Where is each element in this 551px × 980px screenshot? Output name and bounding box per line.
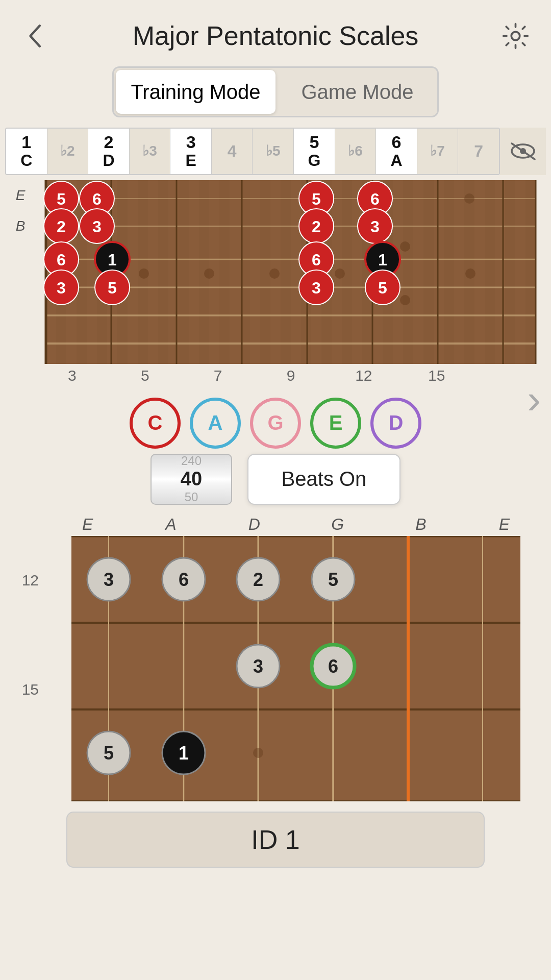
string-label-G-hidden (5, 241, 36, 272)
svg-point-62 (464, 193, 474, 204)
svg-text:3: 3 (104, 569, 114, 590)
fret-num-12: 12 (327, 367, 400, 384)
fret-num-5: 5 (109, 367, 182, 384)
game-mode-button[interactable]: Game Mode (278, 68, 437, 116)
detail-label-A: A (129, 515, 212, 534)
svg-text:5: 5 (57, 190, 66, 208)
fret-num-7: 7 (182, 367, 255, 384)
svg-text:3: 3 (370, 217, 380, 236)
svg-text:3: 3 (57, 279, 66, 297)
next-arrow-button[interactable]: › (527, 376, 541, 423)
beats-on-button[interactable]: Beats On (247, 454, 400, 505)
caged-C-button[interactable]: C (130, 398, 181, 449)
svg-text:5: 5 (108, 279, 117, 297)
detail-string-labels-row: E A D G B E (46, 515, 546, 534)
detail-fret-12: 12 (5, 572, 46, 589)
string-label-E-low-hidden (5, 333, 36, 364)
caged-G-button[interactable]: G (250, 398, 301, 449)
fret-num-9: 9 (255, 367, 328, 384)
back-button[interactable] (15, 15, 56, 56)
scale-num-4: 4 (228, 142, 237, 160)
svg-text:1: 1 (108, 251, 117, 269)
fret-numbers-row: 3 5 7 9 12 15 (36, 364, 546, 387)
scale-num-b7: ♭7 (430, 143, 445, 159)
bpm-value: 40 (181, 468, 202, 490)
controls-row: 240 40 50 Beats On (0, 454, 551, 505)
detail-label-G: G (296, 515, 379, 534)
svg-point-29 (465, 268, 475, 279)
hide-labels-button[interactable] (500, 128, 546, 175)
svg-text:6: 6 (179, 569, 189, 590)
scale-cell-7[interactable]: 7 (458, 129, 499, 174)
scale-cell-b3[interactable]: ♭3 (130, 129, 171, 174)
scale-num-b5: ♭5 (266, 143, 281, 159)
scale-row: 1 C ♭2 2 D ♭3 3 E 4 ♭5 5 (5, 128, 546, 175)
settings-button[interactable] (495, 15, 536, 56)
detail-label-E2: E (463, 515, 546, 534)
scale-num-b2: ♭2 (60, 143, 75, 159)
scale-cell-6[interactable]: 6 A (376, 129, 417, 174)
svg-text:5: 5 (104, 743, 114, 764)
svg-text:1: 1 (378, 251, 387, 269)
detail-label-E: E (46, 515, 129, 534)
scale-cell-b5[interactable]: ♭5 (253, 129, 294, 174)
string-label-B: B (5, 211, 36, 241)
scale-cell-2[interactable]: 2 D (88, 129, 130, 174)
full-fretboard-container: E B (5, 180, 546, 387)
scale-num-7: 7 (474, 142, 483, 160)
caged-E-button[interactable]: E (310, 398, 361, 449)
scale-num-6: 6 (392, 133, 402, 152)
string-label-E-high: E (5, 180, 36, 211)
caged-row: C A G E D (0, 398, 551, 449)
svg-text:5: 5 (312, 190, 321, 208)
caged-D-button[interactable]: D (370, 398, 421, 449)
svg-text:5: 5 (378, 279, 387, 297)
svg-text:6: 6 (92, 190, 102, 208)
caged-section: C A G E D › (0, 398, 551, 449)
svg-text:3: 3 (92, 217, 102, 236)
scale-cell-b2[interactable]: ♭2 (47, 129, 89, 174)
string-labels: E B (5, 180, 36, 364)
scale-cell-1[interactable]: 1 C (6, 129, 47, 174)
svg-text:3: 3 (312, 279, 321, 297)
detail-fretboard-wrap: 12 15 (5, 536, 546, 801)
svg-rect-63 (71, 536, 520, 801)
id-button[interactable]: ID 1 (66, 812, 485, 868)
mode-toggle: Training Mode Game Mode (112, 66, 439, 117)
scale-note-G: G (308, 152, 320, 169)
scale-num-2: 2 (104, 133, 113, 152)
scale-note-E: E (185, 152, 196, 169)
scale-cell-5[interactable]: 5 G (294, 129, 335, 174)
bpm-above: 240 (181, 454, 202, 468)
scale-note-A: A (390, 152, 402, 169)
training-mode-button[interactable]: Training Mode (116, 70, 276, 114)
fret-num-3: 3 (36, 367, 109, 384)
fretboard-svg: 5 6 2 3 6 1 3 5 (36, 180, 546, 364)
string-label-A-hidden (5, 303, 36, 333)
scale-cell-4[interactable]: 4 (212, 129, 253, 174)
svg-text:1: 1 (179, 743, 189, 764)
scale-num-1: 1 (21, 133, 31, 152)
full-fretboard: 5 6 2 3 6 1 3 5 (36, 180, 546, 364)
detail-fretboard-svg: 3 6 2 5 3 6 5 1 (46, 536, 546, 801)
scale-num-b6: ♭6 (348, 143, 363, 159)
scale-cell-b6[interactable]: ♭6 (335, 129, 377, 174)
detail-fret-15: 15 (5, 681, 46, 698)
detail-label-D: D (213, 515, 296, 534)
scale-note-C: C (20, 152, 32, 169)
caged-A-button[interactable]: A (190, 398, 241, 449)
svg-text:6: 6 (312, 251, 321, 269)
bpm-below: 50 (185, 490, 198, 504)
svg-point-28 (400, 295, 410, 305)
svg-point-24 (204, 268, 214, 279)
svg-text:2: 2 (312, 217, 321, 236)
header: Major Pentatonic Scales (0, 0, 551, 61)
scale-num-5: 5 (309, 133, 319, 152)
svg-point-25 (269, 268, 280, 279)
scale-cell-b7[interactable]: ♭7 (417, 129, 459, 174)
svg-point-23 (139, 268, 149, 279)
scale-cell-3[interactable]: 3 E (170, 129, 212, 174)
fret-num-15: 15 (400, 367, 473, 384)
detail-label-B: B (379, 515, 462, 534)
bpm-spinner[interactable]: 240 40 50 (151, 454, 232, 505)
